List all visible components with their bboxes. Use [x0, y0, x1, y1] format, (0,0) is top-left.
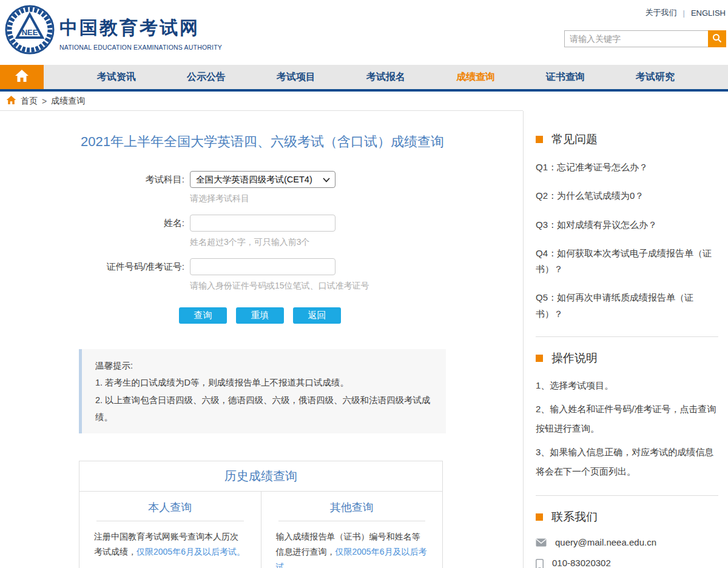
nav-item-registration[interactable]: 考试报名: [366, 65, 405, 89]
name-label: 姓名:: [79, 215, 190, 232]
tips-line-2: 2. 以上查询包含日语四级、六级，德语四级、六级，俄语四级、六级和法语四级考试成…: [95, 392, 435, 426]
contact-list: query@mail.neea.edu.cn 010-83020302 工作日 …: [536, 537, 718, 568]
score-query-form: 考试科目: 全国大学英语四级考试(CET4) 请选择考试科目 姓名:: [79, 171, 446, 324]
sidebar: 常见问题 Q1：忘记准考证号怎么办？ Q2：为什么笔试成绩为0？ Q3：如对成绩…: [523, 111, 728, 568]
id-row: 证件号码/准考证号:: [79, 258, 446, 275]
contact-email: query@mail.neea.edu.cn: [555, 537, 656, 547]
envelope-icon: [536, 538, 547, 549]
faq-item-q1[interactable]: Q1：忘记准考证号怎么办？: [536, 159, 718, 175]
breadcrumb-current: 成绩查询: [51, 96, 85, 107]
id-hint: 请输入身份证件号码或15位笔试、口试准考证号: [190, 281, 446, 292]
history-self-title: 本人查询: [94, 500, 246, 515]
history-other-title: 其他查询: [276, 500, 428, 515]
faq-item-q2[interactable]: Q2：为什么笔试成绩为0？: [536, 188, 718, 204]
links-separator: |: [683, 8, 685, 18]
breadcrumb-home-icon: [6, 95, 16, 107]
contact-phone-row: 010-83020302: [536, 558, 718, 568]
subject-label: 考试科目:: [79, 171, 190, 188]
faq-title: 常见问题: [551, 132, 598, 147]
contact-email-row: query@mail.neea.edu.cn: [536, 537, 718, 549]
guide-section-header: 操作说明: [536, 350, 718, 366]
contact-title: 联系我们: [551, 509, 598, 525]
history-self-column: 本人查询 注册中国教育考试网账号查询本人历次考试成绩，仅限2005年6月及以后考…: [79, 492, 261, 568]
history-query-box: 历史成绩查询 本人查询 注册中国教育考试网账号查询本人历次考试成绩，仅限2005…: [79, 461, 443, 568]
site-title: 中国教育考试网: [59, 16, 222, 41]
nav-items: 考试资讯 公示公告 考试项目 考试报名 成绩查询 证书查询 考试研究: [44, 65, 728, 89]
faq-list: Q1：忘记准考证号怎么办？ Q2：为什么笔试成绩为0？ Q3：如对成绩有异议怎么…: [536, 159, 718, 322]
breadcrumb-home-link[interactable]: 首页: [21, 96, 38, 107]
svg-text:NEE: NEE: [22, 28, 38, 37]
content: 2021年上半年全国大学英语四、六级考试（含口试）成绩查询 考试科目: 全国大学…: [0, 111, 728, 568]
history-other-column: 其他查询 输入成绩报告单（证书）编号和姓名等信息进行查询，仅限2005年6月及以…: [261, 492, 443, 568]
about-us-link[interactable]: 关于我们: [645, 7, 677, 18]
search-input[interactable]: [564, 30, 708, 47]
tips-box: 温馨提示: 1. 若考生的口试成绩为D等，则成绩报告单上不报道其口试成绩。 2.…: [79, 349, 446, 433]
chevron-down-icon: [323, 175, 330, 184]
contact-section-header: 联系我们: [536, 509, 718, 525]
main-column: 2021年上半年全国大学英语四、六级考试（含口试）成绩查询 考试科目: 全国大学…: [0, 111, 523, 568]
id-input[interactable]: [190, 258, 335, 275]
sidebar-divider: [536, 336, 718, 337]
nav-item-certificate-query[interactable]: 证书查询: [546, 65, 585, 89]
guide-title: 操作说明: [551, 350, 598, 366]
nav-item-exam-programs[interactable]: 考试项目: [277, 65, 315, 89]
nav-item-announcements[interactable]: 公示公告: [187, 65, 226, 89]
id-label: 证件号码/准考证号:: [79, 258, 190, 275]
home-icon: [15, 69, 29, 85]
tips-title: 温馨提示:: [95, 357, 435, 374]
name-input[interactable]: [190, 215, 335, 232]
nav-item-exam-news[interactable]: 考试资讯: [97, 65, 136, 89]
history-title: 历史成绩查询: [79, 461, 442, 492]
site-subtitle: NATIONAL EDUCATION EXAMINATIONS AUTHORIT…: [59, 44, 222, 51]
nav-home-button[interactable]: [0, 65, 44, 89]
breadcrumb-separator: >: [42, 96, 47, 106]
page-title: 2021年上半年全国大学英语四、六级考试（含口试）成绩查询: [79, 133, 446, 151]
form-buttons: 查询 重填 返回: [179, 307, 446, 324]
breadcrumb-row: 首页 > 成绩查询: [0, 92, 728, 111]
site-header: NEE 中国教育考试网 NATIONAL EDUCATION EXAMINATI…: [0, 0, 728, 65]
section-bullet-icon: [536, 513, 543, 521]
divider: [278, 521, 426, 521]
contact-phone: 010-83020302: [552, 558, 611, 568]
phone-icon: [536, 559, 544, 568]
guide-steps: 1、选择考试项目。 2、输入姓名和证件号码/准考证号，点击查询按钮进行查询。 3…: [536, 376, 718, 481]
subject-row: 考试科目: 全国大学英语四级考试(CET4): [79, 171, 446, 188]
guide-step-3: 3、如果输入信息正确，对应考试的成绩信息将会在下一个页面列出。: [536, 443, 718, 481]
history-self-desc: 注册中国教育考试网账号查询本人历次考试成绩，仅限2005年6月及以后考试。: [94, 529, 246, 560]
subject-select-value: 全国大学英语四级考试(CET4): [196, 174, 312, 185]
name-hint: 姓名超过3个字，可只输入前3个: [190, 237, 446, 248]
sidebar-divider: [536, 495, 718, 496]
neea-logo-icon[interactable]: NEE: [5, 5, 55, 55]
search-button[interactable]: [708, 30, 726, 47]
faq-item-q5[interactable]: Q5：如何再次申请纸质成绩报告单（证书）？: [536, 290, 718, 322]
subject-hint: 请选择考试科目: [190, 193, 446, 204]
subject-select[interactable]: 全国大学英语四级考试(CET4): [190, 171, 335, 188]
query-button[interactable]: 查询: [179, 307, 227, 324]
faq-section-header: 常见问题: [536, 132, 718, 147]
header-links: 关于我们 | ENGLISH: [645, 7, 726, 18]
reset-button[interactable]: 重填: [236, 307, 284, 324]
faq-item-q4[interactable]: Q4：如何获取本次考试电子成绩报告单（证书）？: [536, 246, 718, 278]
english-link[interactable]: ENGLISH: [691, 8, 726, 18]
back-button[interactable]: 返回: [293, 307, 341, 324]
divider: [96, 521, 244, 521]
site-search: [564, 30, 726, 47]
neea-score-query-page: NEE 中国教育考试网 NATIONAL EDUCATION EXAMINATI…: [0, 0, 728, 568]
section-bullet-icon: [536, 136, 543, 143]
nav-item-score-query[interactable]: 成绩查询: [456, 65, 495, 89]
history-self-desc-link[interactable]: 仅限2005年6月及以后考试。: [136, 547, 245, 556]
history-other-desc: 输入成绩报告单（证书）编号和姓名等信息进行查询，仅限2005年6月及以后考试。: [276, 529, 428, 568]
history-columns: 本人查询 注册中国教育考试网账号查询本人历次考试成绩，仅限2005年6月及以后考…: [79, 492, 442, 568]
main-nav: 考试资讯 公示公告 考试项目 考试报名 成绩查询 证书查询 考试研究: [0, 65, 728, 92]
guide-step-2: 2、输入姓名和证件号码/准考证号，点击查询按钮进行查询。: [536, 399, 718, 438]
breadcrumb: 首页 > 成绩查询: [0, 92, 523, 111]
site-brand: 中国教育考试网 NATIONAL EDUCATION EXAMINATIONS …: [59, 16, 222, 51]
search-icon: [712, 33, 722, 45]
nav-item-research[interactable]: 考试研究: [636, 65, 675, 89]
name-row: 姓名:: [79, 215, 446, 232]
faq-item-q3[interactable]: Q3：如对成绩有异议怎么办？: [536, 217, 718, 233]
tips-line-1: 1. 若考生的口试成绩为D等，则成绩报告单上不报道其口试成绩。: [95, 374, 435, 391]
section-bullet-icon: [536, 355, 543, 362]
guide-step-1: 1、选择考试项目。: [536, 376, 718, 395]
